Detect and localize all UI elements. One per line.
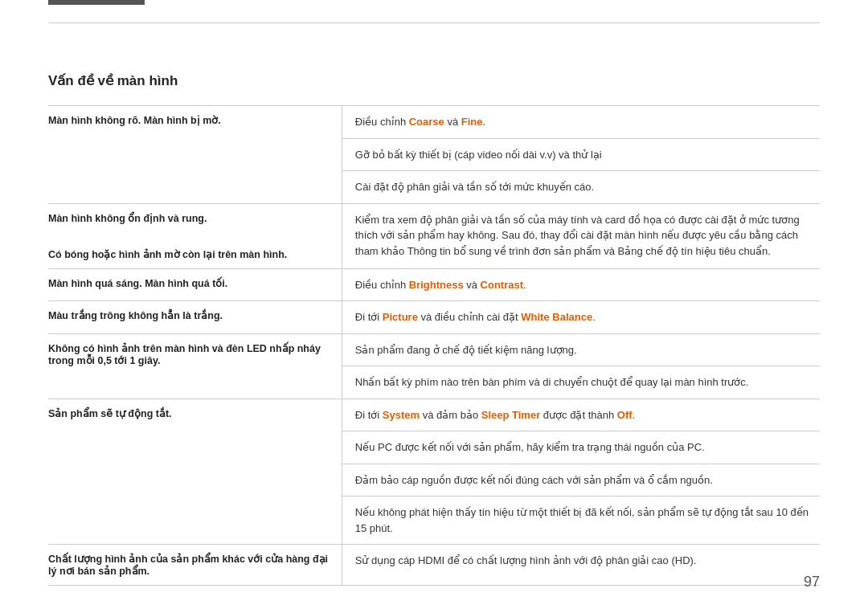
sub-cell: Đảm bảo cáp nguồn được kết nối đúng cách… bbox=[342, 464, 820, 497]
troubleshoot-table: Màn hình không rõ. Màn hình bị mờ. Điều … bbox=[48, 105, 820, 586]
issue-label: Chất lượng hình ảnh của sản phẩm khác vớ… bbox=[48, 553, 329, 577]
content-area: Vấn đề về màn hình Màn hình không rõ. Mà… bbox=[48, 32, 820, 586]
table-row: Chất lượng hình ảnh của sản phẩm khác vớ… bbox=[48, 545, 820, 586]
col-right-wrapper: Đi tới System và đảm bảo Sleep Timer đượ… bbox=[342, 399, 820, 545]
issue-label: Màu trắng trông không hẳn là trắng. bbox=[48, 309, 223, 321]
sub-cell: Nếu không phát hiện thấy tín hiệu từ một… bbox=[342, 497, 820, 544]
col-right-wrapper: Điều chỉnh Coarse và Fine. Gỡ bỏ bất kỳ … bbox=[342, 106, 820, 203]
sub-cell: Cài đặt độ phân giải và tần số tới mức k… bbox=[342, 171, 820, 203]
sub-cell: Sử dụng cáp HDMI để có chất lượng hình ả… bbox=[342, 545, 820, 577]
col-right-wrapper: Điều chỉnh Brightness và Contrast. bbox=[342, 269, 820, 301]
col-left: Màn hình quá sáng. Màn hình quá tối. bbox=[48, 269, 342, 301]
highlight-brightness: Brightness bbox=[409, 279, 464, 291]
page-container: Vấn đề về màn hình Màn hình không rõ. Mà… bbox=[0, 0, 868, 613]
highlight-fine: Fine bbox=[461, 116, 483, 128]
col-left: Chất lượng hình ảnh của sản phẩm khác vớ… bbox=[48, 545, 342, 585]
highlight-white-balance: White Balance bbox=[521, 311, 592, 323]
sub-cell: Đi tới System và đảm bảo Sleep Timer đượ… bbox=[342, 399, 820, 432]
sub-cell: Gỡ bỏ bất kỳ thiết bị (cáp video nối dài… bbox=[342, 139, 820, 172]
col-right-wrapper: Sản phẩm đang ở chế độ tiết kiệm năng lư… bbox=[342, 334, 820, 398]
top-bar-decoration bbox=[48, 0, 145, 5]
col-left: Sản phẩm sẽ tự động tắt. bbox=[48, 399, 342, 545]
col-left: Màn hình không ổn định và rung. Có bóng … bbox=[48, 204, 342, 268]
page-number: 97 bbox=[804, 574, 820, 591]
highlight-picture: Picture bbox=[383, 311, 418, 323]
sub-cell: Đi tới Picture và điều chỉnh cài đặt Whi… bbox=[342, 301, 820, 333]
col-left: Màn hình không rõ. Màn hình bị mờ. bbox=[48, 106, 342, 203]
highlight-sleep-timer: Sleep Timer bbox=[481, 409, 540, 421]
issue-label: Màn hình không ổn định và rung. bbox=[48, 212, 207, 224]
col-left: Màu trắng trông không hẳn là trắng. bbox=[48, 301, 342, 333]
sub-cell: Nhấn bất kỳ phím nào trên bàn phím và di… bbox=[342, 366, 820, 398]
issue-label: Không có hình ảnh trên màn hình và đèn L… bbox=[48, 342, 329, 366]
issue-label: Màn hình không rõ. Màn hình bị mờ. bbox=[48, 114, 221, 126]
sub-cell: Điều chỉnh Coarse và Fine. bbox=[342, 106, 820, 139]
issue-label: Màn hình quá sáng. Màn hình quá tối. bbox=[48, 277, 227, 289]
table-row: Màn hình không rõ. Màn hình bị mờ. Điều … bbox=[48, 106, 820, 204]
col-left: Không có hình ảnh trên màn hình và đèn L… bbox=[48, 334, 342, 398]
sub-cell: Sản phẩm đang ở chế độ tiết kiệm năng lư… bbox=[342, 334, 820, 367]
table-row: Màn hình không ổn định và rung. Có bóng … bbox=[48, 204, 820, 269]
table-row: Màn hình quá sáng. Màn hình quá tối. Điề… bbox=[48, 269, 820, 302]
col-right-wrapper: Kiểm tra xem độ phân giải và tần số của … bbox=[342, 204, 820, 268]
section-title: Vấn đề về màn hình bbox=[48, 72, 820, 89]
col-right-wrapper: Sử dụng cáp HDMI để có chất lượng hình ả… bbox=[342, 545, 820, 585]
table-row: Sản phẩm sẽ tự động tắt. Đi tới System v… bbox=[48, 399, 820, 546]
table-row: Không có hình ảnh trên màn hình và đèn L… bbox=[48, 334, 820, 399]
highlight-coarse: Coarse bbox=[409, 116, 444, 128]
highlight-contrast: Contrast bbox=[481, 279, 523, 291]
sub-cell: Điều chỉnh Brightness và Contrast. bbox=[342, 269, 820, 301]
highlight-system: System bbox=[383, 409, 420, 421]
sub-cell: Nếu PC được kết nối với sản phẩm, hãy ki… bbox=[342, 431, 820, 464]
highlight-off: Off bbox=[617, 409, 633, 421]
sub-cell: Kiểm tra xem độ phân giải và tần số của … bbox=[342, 204, 820, 268]
col-right-wrapper: Đi tới Picture và điều chỉnh cài đặt Whi… bbox=[342, 301, 820, 333]
top-line bbox=[48, 22, 820, 23]
table-row: Màu trắng trông không hẳn là trắng. Đi t… bbox=[48, 301, 820, 334]
issue-label: Sản phẩm sẽ tự động tắt. bbox=[48, 407, 172, 419]
issue-label-2: Có bóng hoặc hình ảnh mờ còn lại trên mà… bbox=[48, 248, 287, 260]
